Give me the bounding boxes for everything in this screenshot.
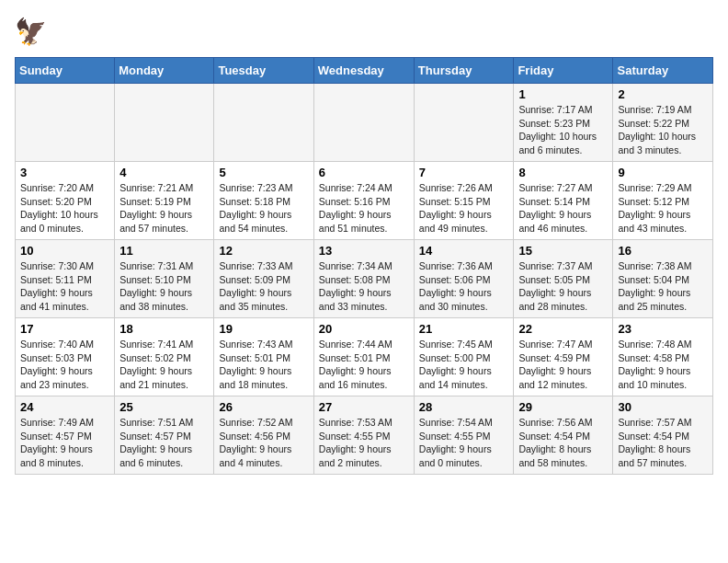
day-info: Sunrise: 7:41 AM Sunset: 5:02 PM Dayligh…	[119, 338, 209, 392]
calendar-cell: 6Sunrise: 7:24 AM Sunset: 5:16 PM Daylig…	[313, 162, 414, 240]
calendar-cell: 15Sunrise: 7:37 AM Sunset: 5:05 PM Dayli…	[514, 240, 613, 318]
day-info: Sunrise: 7:29 AM Sunset: 5:12 PM Dayligh…	[618, 181, 708, 236]
day-info: Sunrise: 7:47 AM Sunset: 4:59 PM Dayligh…	[518, 338, 608, 392]
calendar-table: SundayMondayTuesdayWednesdayThursdayFrid…	[15, 57, 713, 475]
day-info: Sunrise: 7:34 AM Sunset: 5:08 PM Dayligh…	[319, 259, 409, 314]
day-number: 5	[219, 166, 308, 179]
day-info: Sunrise: 7:27 AM Sunset: 5:14 PM Dayligh…	[518, 181, 608, 236]
calendar-cell: 27Sunrise: 7:53 AM Sunset: 4:55 PM Dayli…	[313, 396, 414, 475]
day-number: 1	[518, 87, 608, 101]
day-number: 22	[518, 322, 608, 336]
calendar-week-3: 10Sunrise: 7:30 AM Sunset: 5:11 PM Dayli…	[16, 240, 713, 318]
day-info: Sunrise: 7:43 AM Sunset: 5:01 PM Dayligh…	[219, 338, 308, 392]
weekday-header-friday: Friday	[514, 58, 613, 84]
calendar-cell	[214, 84, 313, 162]
day-info: Sunrise: 7:23 AM Sunset: 5:18 PM Dayligh…	[219, 181, 308, 236]
weekday-header-wednesday: Wednesday	[313, 58, 414, 84]
calendar-cell: 21Sunrise: 7:45 AM Sunset: 5:00 PM Dayli…	[414, 318, 514, 396]
weekday-header-monday: Monday	[115, 58, 214, 84]
day-number: 10	[20, 244, 109, 258]
weekday-header-sunday: Sunday	[16, 58, 115, 84]
calendar-cell: 4Sunrise: 7:21 AM Sunset: 5:19 PM Daylig…	[115, 162, 214, 240]
day-number: 13	[319, 244, 409, 258]
day-number: 7	[419, 166, 509, 179]
day-info: Sunrise: 7:57 AM Sunset: 4:54 PM Dayligh…	[618, 416, 708, 470]
day-info: Sunrise: 7:40 AM Sunset: 5:03 PM Dayligh…	[20, 338, 109, 392]
day-number: 15	[518, 244, 608, 258]
calendar-week-5: 24Sunrise: 7:49 AM Sunset: 4:57 PM Dayli…	[16, 396, 713, 475]
day-info: Sunrise: 7:31 AM Sunset: 5:10 PM Dayligh…	[119, 259, 209, 314]
day-number: 2	[618, 87, 708, 101]
calendar-cell: 29Sunrise: 7:56 AM Sunset: 4:54 PM Dayli…	[514, 396, 613, 475]
day-info: Sunrise: 7:54 AM Sunset: 4:55 PM Dayligh…	[419, 416, 509, 470]
day-info: Sunrise: 7:51 AM Sunset: 4:57 PM Dayligh…	[119, 416, 209, 470]
calendar-cell: 13Sunrise: 7:34 AM Sunset: 5:08 PM Dayli…	[313, 240, 414, 318]
day-info: Sunrise: 7:17 AM Sunset: 5:23 PM Dayligh…	[518, 103, 608, 157]
calendar-cell	[16, 84, 115, 162]
calendar-cell: 9Sunrise: 7:29 AM Sunset: 5:12 PM Daylig…	[613, 162, 713, 240]
calendar-cell: 28Sunrise: 7:54 AM Sunset: 4:55 PM Dayli…	[414, 396, 514, 475]
calendar-cell: 30Sunrise: 7:57 AM Sunset: 4:54 PM Dayli…	[613, 396, 713, 475]
day-info: Sunrise: 7:38 AM Sunset: 5:04 PM Dayligh…	[618, 259, 708, 314]
calendar-cell: 14Sunrise: 7:36 AM Sunset: 5:06 PM Dayli…	[414, 240, 514, 318]
calendar-cell: 24Sunrise: 7:49 AM Sunset: 4:57 PM Dayli…	[16, 396, 115, 475]
calendar-cell: 1Sunrise: 7:17 AM Sunset: 5:23 PM Daylig…	[514, 84, 613, 162]
calendar-week-1: 1Sunrise: 7:17 AM Sunset: 5:23 PM Daylig…	[16, 84, 713, 162]
calendar-cell: 25Sunrise: 7:51 AM Sunset: 4:57 PM Dayli…	[115, 396, 214, 475]
calendar-cell	[313, 84, 414, 162]
day-info: Sunrise: 7:44 AM Sunset: 5:01 PM Dayligh…	[319, 338, 409, 392]
calendar-cell: 11Sunrise: 7:31 AM Sunset: 5:10 PM Dayli…	[115, 240, 214, 318]
day-number: 9	[618, 166, 708, 179]
day-info: Sunrise: 7:52 AM Sunset: 4:56 PM Dayligh…	[219, 416, 308, 470]
day-number: 25	[119, 400, 209, 414]
day-number: 28	[419, 400, 509, 414]
calendar-cell: 19Sunrise: 7:43 AM Sunset: 5:01 PM Dayli…	[214, 318, 313, 396]
day-number: 27	[319, 400, 409, 414]
calendar-cell: 23Sunrise: 7:48 AM Sunset: 4:58 PM Dayli…	[613, 318, 713, 396]
day-info: Sunrise: 7:21 AM Sunset: 5:19 PM Dayligh…	[119, 181, 209, 236]
weekday-header-tuesday: Tuesday	[214, 58, 313, 84]
calendar-cell: 8Sunrise: 7:27 AM Sunset: 5:14 PM Daylig…	[514, 162, 613, 240]
day-number: 17	[20, 322, 109, 336]
calendar-cell: 3Sunrise: 7:20 AM Sunset: 5:20 PM Daylig…	[16, 162, 115, 240]
calendar-cell: 10Sunrise: 7:30 AM Sunset: 5:11 PM Dayli…	[16, 240, 115, 318]
day-info: Sunrise: 7:49 AM Sunset: 4:57 PM Dayligh…	[20, 416, 109, 470]
calendar-cell: 18Sunrise: 7:41 AM Sunset: 5:02 PM Dayli…	[115, 318, 214, 396]
day-number: 4	[119, 166, 209, 179]
calendar-cell: 26Sunrise: 7:52 AM Sunset: 4:56 PM Dayli…	[214, 396, 313, 475]
day-info: Sunrise: 7:36 AM Sunset: 5:06 PM Dayligh…	[419, 259, 509, 314]
day-info: Sunrise: 7:56 AM Sunset: 4:54 PM Dayligh…	[518, 416, 608, 470]
day-info: Sunrise: 7:53 AM Sunset: 4:55 PM Dayligh…	[319, 416, 409, 470]
calendar-week-2: 3Sunrise: 7:20 AM Sunset: 5:20 PM Daylig…	[16, 162, 713, 240]
weekday-header-thursday: Thursday	[414, 58, 514, 84]
day-number: 23	[618, 322, 708, 336]
calendar-week-4: 17Sunrise: 7:40 AM Sunset: 5:03 PM Dayli…	[16, 318, 713, 396]
day-info: Sunrise: 7:24 AM Sunset: 5:16 PM Dayligh…	[319, 181, 409, 236]
calendar-cell: 20Sunrise: 7:44 AM Sunset: 5:01 PM Dayli…	[313, 318, 414, 396]
calendar-cell: 2Sunrise: 7:19 AM Sunset: 5:22 PM Daylig…	[613, 84, 713, 162]
weekday-header-saturday: Saturday	[613, 58, 713, 84]
calendar-cell: 12Sunrise: 7:33 AM Sunset: 5:09 PM Dayli…	[214, 240, 313, 318]
day-number: 21	[419, 322, 509, 336]
logo-icon: 🦅	[15, 15, 48, 48]
day-info: Sunrise: 7:19 AM Sunset: 5:22 PM Dayligh…	[618, 103, 708, 157]
calendar-cell	[115, 84, 214, 162]
calendar-header-row: SundayMondayTuesdayWednesdayThursdayFrid…	[16, 58, 713, 84]
day-number: 18	[119, 322, 209, 336]
day-number: 8	[518, 166, 608, 179]
day-number: 11	[119, 244, 209, 258]
day-number: 30	[618, 400, 708, 414]
day-number: 6	[319, 166, 409, 179]
logo: 🦅	[15, 15, 51, 48]
day-number: 24	[20, 400, 109, 414]
calendar-cell: 16Sunrise: 7:38 AM Sunset: 5:04 PM Dayli…	[613, 240, 713, 318]
day-info: Sunrise: 7:30 AM Sunset: 5:11 PM Dayligh…	[20, 259, 109, 314]
day-number: 26	[219, 400, 308, 414]
calendar-cell	[414, 84, 514, 162]
calendar-cell: 17Sunrise: 7:40 AM Sunset: 5:03 PM Dayli…	[16, 318, 115, 396]
day-number: 19	[219, 322, 308, 336]
page-header: 🦅	[15, 15, 713, 48]
day-info: Sunrise: 7:20 AM Sunset: 5:20 PM Dayligh…	[20, 181, 109, 236]
day-number: 14	[419, 244, 509, 258]
day-info: Sunrise: 7:45 AM Sunset: 5:00 PM Dayligh…	[419, 338, 509, 392]
